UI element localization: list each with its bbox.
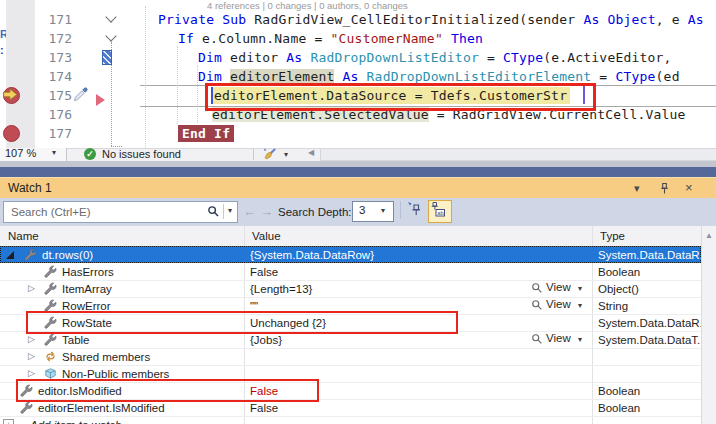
code-line[interactable]: End If [178, 124, 234, 143]
code-segment: Object [608, 12, 656, 27]
breakpoint-line[interactable]: End If [178, 125, 234, 142]
wrench-icon [44, 265, 57, 278]
row-expander-expanded-icon[interactable] [6, 251, 14, 259]
code-editor[interactable]: R : 4 references | 0 changes | 0 authors… [0, 0, 716, 148]
chevron-down-icon: ▾ [578, 301, 582, 310]
close-icon[interactable]: × [685, 178, 693, 198]
view-label: View [546, 281, 571, 293]
code-suggestion-brush-icon[interactable] [73, 87, 88, 102]
breakpoint-icon[interactable] [3, 125, 20, 142]
code-line[interactable]: Dim editor As RadDropDownListEditor = CT… [198, 48, 672, 67]
line-number: 171 [36, 10, 72, 29]
code-line[interactable]: If e.Column.Name = "CustomerName" Then [178, 29, 483, 48]
code-segment: RadDropDownListEditorElement [367, 69, 592, 84]
code-cleanup-icon[interactable] [262, 147, 277, 162]
row-type: System.Data.DataR... [598, 315, 709, 331]
view-visualizer-button[interactable]: View▾ [531, 298, 589, 313]
code-segment: As [583, 12, 607, 27]
pin-to-source-button[interactable] [406, 200, 428, 223]
column-header-name[interactable]: Name [8, 226, 39, 246]
search-depth-label: Search Depth: [278, 198, 352, 226]
pin-icon[interactable] [659, 182, 670, 195]
divider [223, 204, 224, 219]
row-type: System.Data.DataT... [598, 332, 707, 348]
code-line[interactable]: Private Sub RadGridView_CellEditorInitia… [158, 10, 704, 29]
code-segment: As [286, 50, 310, 65]
zoom-level-combo[interactable]: 107 % ▾ [0, 148, 67, 161]
search-depth-combo[interactable]: 3 ▾ [352, 201, 394, 222]
window-position-chevron-icon[interactable]: ▾ [634, 178, 640, 198]
code-segment: , e [656, 12, 688, 27]
add-item-label: Add item to watch [30, 417, 121, 424]
row-type: Boolean [598, 383, 640, 399]
horizontal-scrollbar-thumb[interactable] [320, 148, 716, 161]
watch-window-title: Watch 1 [8, 178, 52, 198]
column-header-type[interactable]: Type [600, 226, 625, 246]
shared-icon [44, 350, 57, 363]
scroll-up-icon[interactable]: ▲ [705, 231, 713, 240]
line-number: 172 [36, 29, 72, 48]
row-expander-collapsed-icon[interactable]: ▷ [28, 348, 35, 365]
row-type: System.Data.DataR... [598, 247, 709, 263]
view-label: View [546, 332, 571, 344]
view-visualizer-button[interactable]: View▾ [531, 281, 589, 296]
magnifier-icon [531, 299, 543, 311]
search-forward-icon[interactable]: → [260, 198, 273, 226]
watch-row[interactable]: ▷Shared members [0, 348, 701, 366]
row-name: Table [62, 332, 90, 348]
view-label: View [546, 298, 571, 310]
row-expander-collapsed-icon[interactable]: ▷ [28, 280, 35, 297]
code-segment: = [591, 69, 615, 84]
row-name: dt.rows(0) [42, 247, 93, 263]
column-header-value[interactable]: Value [252, 226, 281, 246]
watch-toolbar: ▾ ← → Search Depth: 3 ▾ ab [0, 198, 716, 227]
divider [400, 201, 401, 219]
watch-row[interactable]: HasErrorsFalseBoolean [0, 263, 701, 281]
divider [253, 149, 254, 160]
view-visualizer-button[interactable]: View▾ [531, 332, 589, 347]
code-segment [334, 69, 342, 84]
row-name: HasErrors [62, 264, 114, 280]
search-icon[interactable] [207, 205, 220, 218]
window-background-band [0, 167, 716, 177]
watch-row[interactable]: ▷ItemArray{Length=13}View▾Object() [0, 280, 701, 298]
fold-collapse-icon[interactable] [105, 30, 116, 41]
code-segment: CType [503, 50, 543, 65]
code-segment: = [479, 50, 503, 65]
row-type: String [598, 298, 628, 314]
row-type: Object() [598, 281, 639, 297]
line-number: 176 [36, 105, 72, 124]
watch-search-box[interactable]: ▾ [3, 201, 238, 223]
code-segment: Private Sub [158, 12, 254, 27]
code-segment: CType [615, 69, 655, 84]
row-value: {Jobs} [250, 332, 282, 348]
issues-status-label[interactable]: No issues found [102, 148, 181, 161]
line-number: 177 [36, 124, 72, 143]
row-value: False [250, 400, 278, 416]
search-options-chevron-icon[interactable]: ▾ [228, 206, 232, 215]
search-back-icon[interactable]: ← [243, 198, 256, 226]
track-changes-bar [102, 50, 112, 65]
watch-row[interactable]: dt.rows(0){System.Data.DataRow}System.Da… [0, 246, 701, 263]
row-value: {System.Data.DataRow} [250, 247, 374, 263]
svg-text:ab: ab [437, 210, 443, 216]
code-segment: (e.ActiveEditor, [543, 50, 671, 65]
annotation-box-code [205, 83, 596, 111]
row-name: ItemArray [62, 281, 112, 297]
vertical-scrollbar[interactable]: ▲ [701, 226, 716, 424]
code-segment: RadDropDownListEditor [310, 50, 479, 65]
code-cleanup-dropdown-icon[interactable]: ▾ [284, 150, 288, 159]
wrench-icon [44, 333, 57, 346]
chevron-down-icon: ▾ [578, 284, 582, 293]
no-issues-icon: ✓ [84, 148, 96, 160]
watch-format-toggle-button[interactable]: ab [428, 200, 452, 223]
scroll-left-icon[interactable]: ◀ [308, 148, 314, 157]
code-segment: (ed [656, 69, 680, 84]
watch-window-title-bar[interactable]: Watch 1 ▾ × [0, 178, 716, 198]
chevron-down-icon: ▾ [52, 148, 56, 157]
annotation-box-ismodified [16, 379, 319, 402]
fold-collapse-icon[interactable] [105, 11, 116, 22]
search-input[interactable] [9, 203, 208, 221]
add-item-row[interactable]: +Add item to watch [0, 416, 701, 424]
line-number: 173 [36, 48, 72, 67]
